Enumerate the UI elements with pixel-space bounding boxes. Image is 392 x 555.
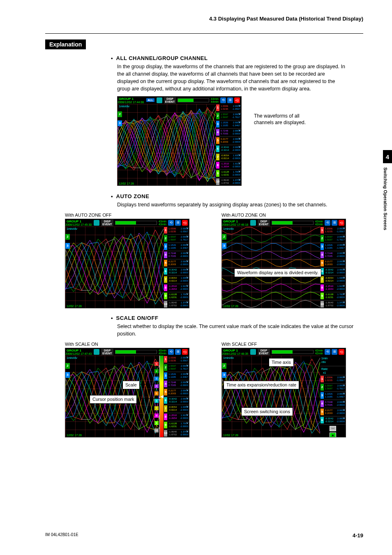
bullet-icon: • — [111, 55, 113, 61]
progress-bar — [272, 221, 314, 225]
channel-row: 4V0.72482.00000.7005-2.0000 — [320, 251, 346, 259]
section-1-heading-row: • ALL CHANNEL/GROUP CHANNEL — [111, 55, 363, 61]
folder-icon[interactable] — [250, 349, 256, 355]
page-number: 4-19 — [353, 532, 363, 539]
channel-row: 6V-0.30422.0000-0.3214-2.0000 — [164, 268, 189, 276]
channel-row: 1V1.03062.00001.0235-1.0567 — [320, 375, 346, 384]
screenshot-autozone-off: GROUP 12008/12/02 17:45:30DISPEVENT43min… — [65, 219, 189, 308]
switch-icon-1[interactable]: ▲ — [330, 432, 336, 437]
folder-icon[interactable] — [250, 220, 256, 226]
progress-bar — [272, 350, 314, 354]
rate-display: Rate: x1 — [320, 366, 346, 375]
callout-switch-icons: Screen switching icons — [241, 407, 293, 416]
channel-row: 6V-0.30422.0000-0.3214-2.0000 — [320, 416, 346, 425]
chapter-title-vertical: Switching Operation Screens — [383, 167, 390, 230]
screenshot-header: GROUP 12008/12/02 17:44:08ALLDISPEVENT44… — [118, 97, 241, 104]
channel-row: 6V-0.30422.0000-0.3214-2.0000 — [216, 145, 241, 153]
disp-event-button[interactable]: DISPEVENT — [101, 220, 113, 226]
refresh-icon[interactable]: ⟲ — [325, 220, 330, 226]
caption-autozone-off: With AUTO ZONE OFF — [65, 213, 207, 217]
channel-row: 8V-1.25101.9151-1.2654-2.0000 — [320, 284, 346, 292]
section-title: 4.3 Displaying Past Measured Data (Histo… — [45, 16, 363, 22]
caption-scale-off: With SCALE OFF — [221, 342, 363, 347]
channel-row: 7V-0.80541.9350-0.8214-2.0000 — [320, 276, 346, 284]
channel-row: 2V1.55972.00001.5697-1.7617 — [164, 364, 189, 372]
channel-row: 7V-0.80541.9350-0.8214-2.0000 — [164, 276, 189, 284]
section-2-body: Displays trend waveforms separately by a… — [117, 201, 347, 208]
channel-row: 9V-1.61281.7007-1.6231-2.0000 — [164, 292, 189, 301]
progress-bar — [178, 98, 209, 102]
page-footer: IM 04L42B01-01E 4-19 — [45, 532, 363, 539]
channel-row: 3V1.18262.00001.1685-1.9467 — [216, 120, 241, 129]
grid-icon[interactable]: ⊞ — [332, 220, 337, 226]
alarm-icon[interactable]: •)) — [339, 220, 344, 226]
callout-rate: Time axis expansion/reduction rate — [224, 381, 299, 389]
folder-icon[interactable] — [94, 349, 99, 355]
figure-1-note: The waveforms of all channels are displa… — [254, 113, 320, 127]
screenshot-all-channel: GROUP 12008/12/02 17:44:08ALLDISPEVENT44… — [117, 96, 242, 186]
alarm-icon[interactable]: •)) — [182, 220, 188, 226]
section-1-body: In the group display, the waveforms of t… — [117, 63, 347, 93]
progress-bar — [115, 221, 157, 225]
disp-event-button[interactable]: DISPEVENT — [258, 349, 270, 355]
waveform-area: 1min/div12/02 17:28 — [222, 227, 320, 308]
channel-row: 1V1.03062.00001.0235-1.0567 — [164, 356, 189, 364]
refresh-icon[interactable]: ⟲ — [325, 349, 330, 355]
section-3-heading-row: • SCALE ON/OFF — [111, 315, 363, 321]
grid-icon[interactable]: ⊞ — [175, 220, 181, 226]
section-3-heading: SCALE ON/OFF — [116, 315, 159, 321]
channel-row: 8V-1.25101.9151-1.2654-2.0000 — [164, 284, 189, 292]
channel-row: 4V0.72482.00000.7005-2.0000 — [164, 251, 189, 259]
alarm-icon[interactable]: •)) — [234, 97, 240, 103]
callout-scale: Scale — [122, 381, 140, 389]
channel-info-sidebar: 1min/divRate: x11V1.03062.00001.0235-1.0… — [320, 356, 346, 437]
refresh-icon[interactable]: ⟲ — [168, 220, 174, 226]
refresh-icon[interactable]: ⟲ — [168, 349, 174, 355]
channel-row: 10V-1.86401.3703-1.8702-2.0000 — [216, 178, 241, 186]
switch-icon-0[interactable]: 〰 — [330, 426, 336, 431]
channel-row: 5V0.21772.00000.2003-2.0000 — [164, 259, 189, 268]
refresh-icon[interactable]: ⟲ — [220, 97, 226, 103]
channel-row: 5V0.21772.00000.2003-2.0000 — [320, 408, 346, 416]
alarm-icon[interactable]: •)) — [182, 349, 188, 355]
channel-row: 2V1.55972.00001.5697-1.7617 — [216, 112, 241, 120]
channel-row: 9V-1.61281.7007-1.6231-2.0000 — [216, 170, 241, 178]
channel-row: 9V-1.61281.7007-1.6231-2.0000 — [164, 421, 189, 430]
waveform-area: 1min/div12/02 17:28 — [222, 356, 320, 437]
caption-autozone-on: With AUTO ZONE ON — [221, 213, 363, 217]
channel-row: 8V-1.25101.9151-1.2654-2.0000 — [164, 413, 189, 421]
disp-event-button[interactable]: DISPEVENT — [258, 220, 270, 226]
channel-row: 5V0.21772.00000.2003-2.0000 — [320, 259, 346, 268]
folder-icon[interactable] — [94, 220, 99, 226]
disp-event-button[interactable]: DISPEVENT — [101, 349, 113, 355]
channel-row: 3V1.18262.00001.1685-1.9467 — [164, 372, 189, 380]
time-axis-display: 1min/div — [320, 356, 346, 366]
channel-row: 4V0.72482.00000.7005-2.0000 — [216, 129, 241, 137]
figure-3-row: With SCALE ON GROUP 12008/12/02 17:47:43… — [65, 342, 363, 437]
grid-icon[interactable]: ⊞ — [332, 349, 337, 355]
disp-event-button[interactable]: DISPEVENT — [164, 97, 176, 104]
grid-icon[interactable]: ⊞ — [227, 97, 233, 103]
channel-row: 10V-1.86401.3703-1.8702-2.0000 — [164, 301, 189, 308]
grid-icon[interactable]: ⊞ — [175, 349, 181, 355]
channel-info-sidebar: 1V1.03062.00001.0235-1.05672V1.55972.000… — [164, 227, 189, 308]
chapter-side-tab: 4 Switching Operation Screens — [383, 150, 392, 230]
screen-switching-icons: 〰▲〰▼⬍ — [320, 425, 346, 437]
chapter-number: 4 — [383, 150, 392, 163]
section-3-body: Select whether to display the scale. The… — [117, 323, 360, 338]
channel-row: 7V-0.80541.9350-0.8214-2.0000 — [216, 153, 241, 162]
channel-info-sidebar: 1V1.03062.00001.0235-1.05672V1.55972.000… — [216, 104, 241, 185]
channel-row: 1V1.03062.00001.0235-1.0567 — [216, 104, 241, 112]
alarm-icon[interactable]: •)) — [339, 349, 344, 355]
waveform-area: 1min/div12/02 17:28 — [118, 104, 216, 185]
channel-row: 8V-1.25101.9151-1.2654-2.0000 — [216, 162, 241, 170]
screenshot-header: GROUP 12008/12/02 17:46:18DISPEVENT42min… — [222, 219, 346, 227]
cursor-position-mark — [160, 395, 164, 398]
folder-icon[interactable] — [157, 97, 162, 103]
callout-cursor-mark: Cursor position mark — [90, 395, 137, 404]
channel-row: 10V-1.86401.3703-1.8702-2.0000 — [164, 430, 189, 437]
channel-row: 1V1.03062.00001.0235-1.0567 — [320, 227, 346, 235]
channel-row: 3V1.18262.00001.1685-1.9467 — [320, 243, 346, 251]
progress-bar — [115, 350, 157, 354]
screenshot-header: GROUP 12008/12/02 17:45:30DISPEVENT43min… — [65, 219, 189, 227]
